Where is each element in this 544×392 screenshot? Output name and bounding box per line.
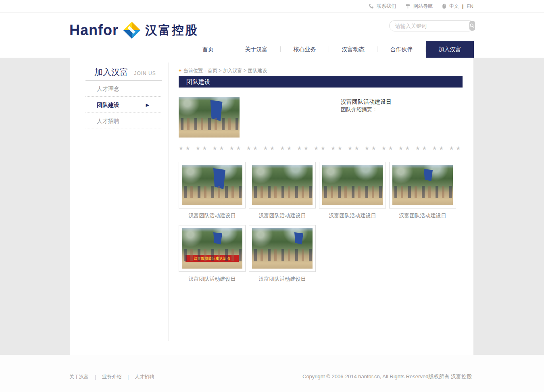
photo-thumbnail-tug-of-war [322, 165, 383, 205]
sidebar-item-label: 人才理念 [97, 85, 119, 92]
contact-label: 联系我们 [377, 3, 396, 10]
gallery-item[interactable]: 汉富团队活动建设日 [249, 162, 316, 219]
nav-item-news[interactable]: 汉富动态 [329, 41, 377, 58]
photo-thumbnail-banner-group: 汉富控股团队建设活动 [182, 228, 242, 269]
sidebar-item-team-building[interactable]: 团队建设 ▶ [85, 97, 162, 113]
language-switch: 中文 | EN [442, 3, 473, 10]
featured-summary-label: 团队介绍摘要： [341, 106, 392, 113]
arrow-right-icon: ▶ [146, 97, 149, 113]
photo-team-flag [179, 97, 240, 138]
photo-card [249, 162, 316, 209]
vertical-divider [169, 63, 169, 341]
gallery-item[interactable]: 汉富团队活动建设日 [179, 162, 246, 219]
lang-separator: | [462, 4, 463, 9]
photo-card [389, 162, 456, 209]
footer-link-divider: | [95, 374, 96, 380]
photo-caption[interactable]: 汉富团队活动建设日 [179, 275, 246, 283]
phone-icon [368, 3, 374, 9]
sidebar-subtitle: JOIN US [134, 71, 156, 76]
gallery-item[interactable]: 汉富控股团队建设活动 汉富团队活动建设日 [179, 225, 246, 283]
footer-link-divider: | [127, 374, 129, 380]
footer: 关于汉富 | 业务介绍 | 人才招聘 Copyright © 2006-2014… [0, 355, 544, 392]
search-box [389, 20, 474, 31]
signpost-icon [405, 3, 411, 9]
nav-item-partners[interactable]: 合作伙伴 [377, 41, 425, 58]
star-ornament-divider: ★★ ★★ ★★ ★★ ★★ ★★ ★★ ★★ ★★ ★★ ★★ ★★ ★★ ★… [179, 145, 463, 152]
logo-text-cn: 汉富控股 [145, 22, 198, 39]
footer-links: 关于汉富 | 业务介绍 | 人才招聘 [69, 373, 154, 380]
photo-thumbnail-flag-raising [182, 165, 242, 205]
featured-title[interactable]: 汉富团队活动建设日 [341, 98, 392, 106]
gallery-item[interactable]: 汉富团队活动建设日 [389, 162, 456, 219]
breadcrumb-text[interactable]: 当前位置：首页 > 加入汉富 > 团队建设 [183, 68, 267, 73]
breadcrumb-plus-icon: + [179, 68, 181, 73]
flag-graphic [213, 232, 222, 244]
lang-zh[interactable]: 中文 [449, 3, 459, 10]
lang-en[interactable]: EN [467, 4, 473, 9]
topbar: 联系我们 网站导航 中文 | EN [0, 0, 544, 13]
breadcrumb: +当前位置：首页 > 加入汉富 > 团队建设 [179, 67, 267, 74]
photo-card: 汉富控股团队建设活动 [179, 225, 246, 272]
flag-graphic [424, 169, 433, 181]
contact-link[interactable]: 联系我们 [368, 3, 396, 10]
header: Hanfor 汉富控股 首页 关于汉富 核心业务 汉富动态 [0, 13, 544, 58]
photo-thumbnail-game [252, 165, 313, 205]
sidebar-title: 加入汉富 [94, 67, 128, 77]
photo-caption[interactable]: 汉富团队活动建设日 [249, 275, 316, 283]
search-icon [469, 23, 475, 29]
flag-graphic [211, 100, 223, 121]
photo-caption[interactable]: 汉富团队活动建设日 [249, 212, 316, 219]
gallery-item[interactable]: 汉富团队活动建设日 [249, 225, 316, 283]
gallery-item[interactable]: 汉富团队活动建设日 [319, 162, 386, 219]
search-input[interactable] [390, 23, 469, 29]
red-banner-text: 汉富控股团队建设活动 [186, 255, 239, 262]
mouse-icon [442, 3, 447, 9]
footer-copyright: Copyright © 2006-2014 hanfor.cn, All Rig… [302, 373, 472, 380]
nav-item-home[interactable]: 首页 [184, 41, 232, 58]
photo-card [249, 225, 316, 272]
photo-caption[interactable]: 汉富团队活动建设日 [179, 212, 246, 219]
sidebar-item-talent-philosophy[interactable]: 人才理念 [85, 81, 162, 97]
footer-link-business[interactable]: 业务介绍 [102, 373, 121, 380]
photo-card [179, 162, 246, 209]
photo-caption[interactable]: 汉富团队活动建设日 [319, 212, 386, 219]
nav-item-join-us[interactable]: 加入汉富 [426, 41, 474, 58]
footer-link-recruitment[interactable]: 人才招聘 [135, 373, 154, 380]
photo-thumbnail-group-flag [392, 165, 453, 205]
featured-text: 汉富团队活动建设日 团队介绍摘要： [341, 98, 392, 113]
search-button[interactable] [469, 21, 475, 31]
main-nav: 首页 关于汉富 核心业务 汉富动态 合作伙伴 加入汉富 [184, 41, 474, 58]
flag-graphic [213, 168, 225, 189]
logo[interactable]: Hanfor 汉富控股 [69, 21, 198, 39]
nav-item-about[interactable]: 关于汉富 [232, 41, 280, 58]
page-title: 团队建设 [179, 76, 463, 88]
nav-item-core-business[interactable]: 核心业务 [281, 41, 329, 58]
footer-link-about[interactable]: 关于汉富 [69, 373, 89, 380]
sitemap-link[interactable]: 网站导航 [405, 3, 433, 10]
sidebar-item-label: 团队建设 [97, 102, 119, 108]
flag-graphic [294, 232, 303, 244]
photo-card [319, 162, 386, 209]
sidebar-item-label: 人才招聘 [97, 118, 119, 124]
photo-gallery: 汉富团队活动建设日 汉富团队活动建设日 汉富团队活动建设日 [179, 162, 466, 288]
logo-mark-icon [123, 21, 141, 39]
featured-photo[interactable] [179, 97, 240, 138]
logo-text-en: Hanfor [69, 22, 119, 39]
page: 联系我们 网站导航 中文 | EN Hanfor [0, 0, 544, 392]
sidebar-item-recruitment[interactable]: 人才招聘 [85, 113, 162, 129]
sitemap-label: 网站导航 [413, 3, 433, 10]
photo-thumbnail-group-photo [252, 228, 313, 269]
content-panel: 加入汉富 JOIN US 人才理念 团队建设 ▶ 人才招聘 +当前位置：首页 [70, 58, 473, 355]
photo-caption[interactable]: 汉富团队活动建设日 [389, 212, 456, 219]
